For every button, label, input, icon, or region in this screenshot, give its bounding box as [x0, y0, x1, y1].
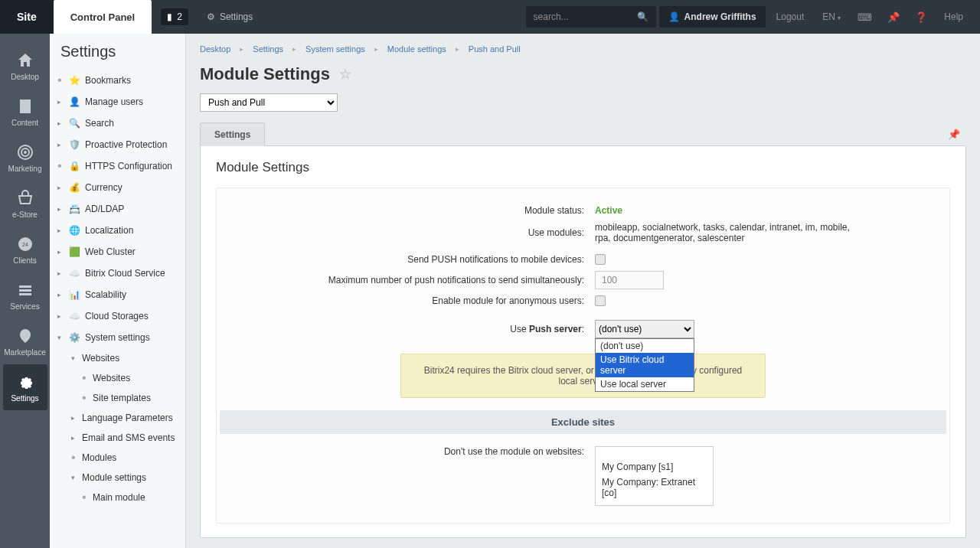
search-input[interactable] — [534, 11, 637, 22]
site-button[interactable]: Site — [0, 0, 54, 34]
user-icon: 👤 — [668, 11, 680, 22]
search-icon[interactable]: 🔍 — [637, 11, 648, 22]
lang-switch[interactable]: EN ▾ — [815, 11, 848, 22]
notifications-button[interactable]: ▮2 — [152, 0, 198, 34]
user-menu[interactable]: 👤Andrew Griffiths — [659, 6, 766, 28]
help-link[interactable]: Help — [936, 11, 971, 22]
pin-icon[interactable]: 📌 — [881, 11, 906, 23]
keyboard-icon[interactable]: ⌨ — [851, 11, 878, 23]
help-icon[interactable]: ❓ — [909, 11, 933, 23]
search-box[interactable]: 🔍 — [526, 6, 656, 28]
top-settings-link[interactable]: ⚙Settings — [198, 0, 262, 34]
topbar: Site Control Panel ▮2 ⚙Settings 🔍 👤Andre… — [0, 0, 980, 34]
logout-link[interactable]: Logout — [769, 11, 812, 22]
control-panel-tab[interactable]: Control Panel — [54, 0, 152, 34]
notification-icon: ▮ — [167, 11, 172, 22]
gear-icon: ⚙ — [207, 11, 215, 22]
